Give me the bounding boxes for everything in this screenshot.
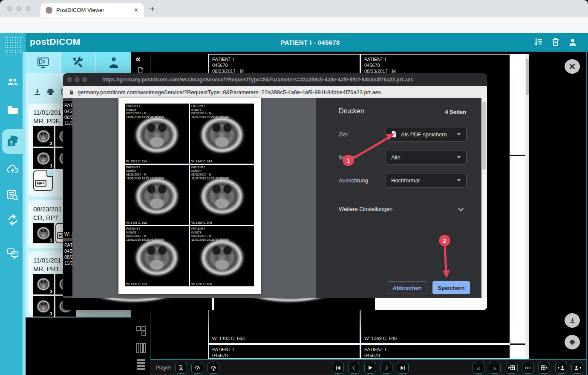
tab-tools[interactable] [61, 52, 95, 73]
next-patient-button[interactable] [571, 362, 583, 374]
sidebar-item-sync[interactable] [0, 211, 26, 229]
next-image-button[interactable] [380, 362, 392, 374]
series-thumbnail[interactable]: 3 [33, 274, 54, 294]
preview-mri-cell: PATIENT I04567808/23/2017 - M11/01/2010 … [125, 165, 189, 225]
series-thumbnail[interactable]: 1 [33, 296, 54, 317]
cine-speed-up-button[interactable] [208, 362, 219, 374]
pdf-page-sliver: PATIENT I04567808/23/2017 - M11/01/2010 … [63, 101, 73, 238]
report-scrollbar-thumb[interactable] [526, 59, 529, 95]
popup-close-dot[interactable] [67, 77, 72, 82]
download-button[interactable] [565, 313, 580, 328]
prev-layout-button[interactable] [506, 362, 518, 374]
dicom-overlay: PATIENT I04567808/23/2017 - M11/01/2010 … [126, 104, 164, 119]
series-count-badge: 1 [50, 163, 52, 168]
viewer-cell[interactable]: PATIENT I04567808/23/2017 - M11/01/2010 … [360, 344, 510, 359]
popup-scrollbar-thumb[interactable] [482, 101, 486, 170]
dicom-overlay: PATIENT I04567808/23/2017 - M11/01/2010 … [364, 346, 424, 359]
sync-arrows-icon [7, 214, 19, 225]
layout-rows-icon[interactable] [134, 357, 148, 372]
popup-scrollbar[interactable] [481, 98, 487, 298]
print-series-icon[interactable] [46, 88, 55, 96]
next-layout-button[interactable] [538, 362, 550, 374]
preview-mri-cell: PATIENT I04567808/23/2017 - M11/01/2010 … [190, 104, 254, 164]
dicom-overlay: PATIENT I04567808/23/2017 - M11/01/2010 … [64, 102, 73, 126]
forward-series-button[interactable]: » [489, 362, 501, 374]
destination-label: Ziel [339, 131, 348, 138]
layout-columns-icon[interactable] [134, 341, 148, 355]
window-zoom-dot[interactable] [26, 6, 31, 12]
cine-speed-down-button[interactable] [191, 362, 203, 374]
sidebar-item-patients[interactable] [0, 72, 26, 91]
page-title: PATIENT I - 045678 [280, 39, 340, 46]
cloud-upload-icon [6, 164, 19, 174]
tab-viewer[interactable] [26, 52, 60, 73]
sort-download-icon[interactable] [533, 37, 543, 47]
destination-select[interactable]: Als PDF speichern [386, 127, 467, 141]
pages-select[interactable]: Alle [386, 150, 467, 164]
sidebar-item-studies[interactable] [0, 132, 26, 151]
popup-address-bar[interactable]: germany.postdicom.com/wssImageService/?R… [63, 86, 487, 98]
sidebar-item-folders[interactable] [0, 101, 26, 119]
sidebar-item-worklist-search[interactable] [0, 186, 26, 205]
print-preview-area: PATIENT I04567808/23/2017 - M11/01/2010 … [72, 98, 316, 298]
layout-2x2-icon[interactable] [134, 324, 148, 338]
popup-titlebar-url: https://germany.postdicom.com/wssImageSe… [102, 77, 413, 83]
popup-zoom-dot[interactable] [82, 77, 87, 82]
print-button[interactable] [565, 335, 580, 349]
series-thumbnail[interactable]: 1 [33, 148, 54, 169]
user-icon[interactable] [568, 37, 578, 47]
report-page-cell[interactable] [510, 54, 529, 359]
window-close-dot[interactable] [7, 6, 12, 12]
tab-patient-info[interactable]: i [96, 52, 131, 73]
report-scrollbar[interactable] [525, 54, 529, 359]
series-thumbnail[interactable]: 3 [33, 126, 54, 147]
settings-divider [316, 197, 481, 197]
trash-icon[interactable] [551, 37, 561, 47]
previous-patient-button[interactable] [555, 362, 567, 374]
viewer-cell[interactable]: PATIENT I04567808/23/2017 - M11/01/2010 … [208, 344, 360, 359]
download-series-icon[interactable] [33, 88, 41, 96]
new-tab-button[interactable]: + [150, 4, 155, 14]
play-button[interactable] [364, 362, 376, 374]
previous-image-button[interactable] [348, 362, 360, 374]
close-series-button[interactable] [565, 59, 580, 74]
window-minimize-dot[interactable] [16, 6, 22, 12]
window-level-text: W: 1291 C: 606 [191, 283, 212, 286]
more-options-button[interactable]: ••• [522, 362, 534, 374]
chevron-down-icon [457, 156, 461, 159]
first-image-button[interactable] [332, 362, 344, 374]
mp4-file-icon[interactable]: MP4 [33, 170, 53, 191]
tab-close-icon[interactable]: ✕ [134, 7, 138, 13]
cancel-button[interactable]: Abbrechen [387, 281, 427, 294]
preview-mri-cell: PATIENT I04567808/23/2017 - M11/01/2010 … [190, 165, 254, 225]
series-count-badge: 3 [50, 141, 52, 146]
preview-mri-cell: PATIENT I04567808/23/2017 - M11/01/2010 … [125, 104, 189, 164]
browser-tab[interactable]: PostDICOM Viewer ✕ [40, 3, 144, 17]
popup-minimize-dot[interactable] [75, 77, 80, 82]
series-count-badge: 1 [50, 311, 52, 316]
folder-icon [7, 105, 18, 115]
dicom-overlay: PATIENT I04567808/23/2017 - M11/01/2010 … [64, 242, 73, 266]
player-label: Player [156, 364, 171, 371]
cine-capture-button[interactable] [175, 362, 187, 374]
popup-titlebar: https://germany.postdicom.com/wssImageSe… [63, 73, 487, 86]
tools-icon [72, 57, 85, 69]
sidebar-item-transfer[interactable] [0, 244, 26, 262]
sidebar-item-upload[interactable] [0, 159, 26, 178]
window-level-text: W: 1369 C: 648 [191, 221, 212, 224]
app-logo: postDICOM [30, 37, 81, 47]
svg-text:i: i [113, 58, 114, 61]
series-count-badge: 1 [50, 238, 52, 243]
last-image-button[interactable] [397, 362, 409, 374]
orientation-select[interactable]: Hochformat [386, 173, 467, 188]
file-type-label: MP4 [35, 180, 46, 187]
rewind-series-button[interactable]: « [473, 362, 484, 374]
chevron-down-icon[interactable] [458, 206, 464, 211]
collapse-panel-icon[interactable]: « [135, 54, 141, 65]
dicom-overlay: PATIENT I04567808/23/2017 - M11/01/2010 … [212, 346, 272, 359]
browser-tab-strip: PostDICOM Viewer ✕ + [0, 0, 588, 17]
save-button[interactable]: Speichern [432, 281, 470, 294]
tab-title: PostDICOM Viewer [56, 7, 130, 13]
series-thumbnail[interactable]: 1 [33, 223, 54, 243]
more-settings-toggle[interactable]: Weitere Einstellungen [339, 206, 392, 212]
